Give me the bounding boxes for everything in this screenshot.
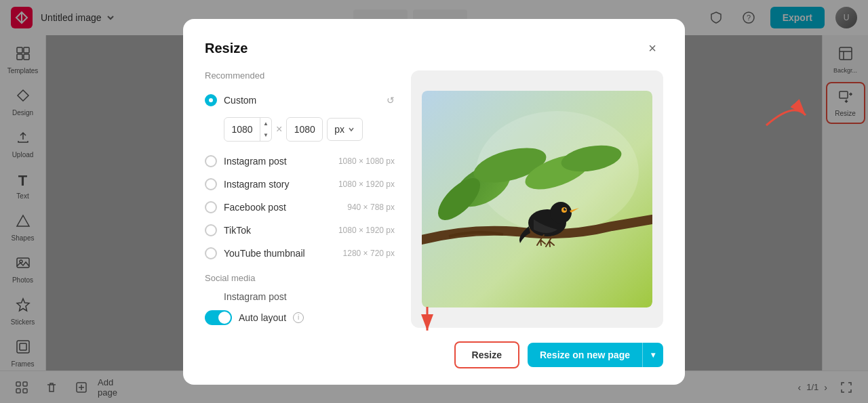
width-input-wrap: ▲ ▼ (224, 117, 272, 142)
resize-new-page-label: Resize on new page (528, 343, 642, 367)
tiktok-radio[interactable] (205, 224, 217, 236)
youtube-size: 1280 × 720 px (343, 249, 395, 258)
unit-label: px (334, 124, 344, 135)
width-decrement-button[interactable]: ▼ (260, 129, 271, 141)
resize-button[interactable]: Resize (454, 341, 519, 368)
dialog-title: Resize (205, 41, 248, 56)
instagram-story-size: 1080 × 1920 px (338, 179, 395, 189)
auto-layout-toggle[interactable] (205, 310, 232, 325)
width-input[interactable] (224, 118, 260, 141)
dialog-footer: Resize Resize on new page ▾ (205, 341, 663, 368)
unit-dropdown-icon (347, 125, 355, 133)
resize-on-new-page-button[interactable]: Resize on new page ▾ (528, 343, 663, 367)
social-instagram-post: Instagram post (205, 289, 395, 305)
auto-layout-info-icon[interactable]: i (293, 312, 304, 323)
dialog-body: Recommended Custom ↺ ▲ ▼ × (205, 70, 663, 328)
instagram-story-label: Instagram story (224, 179, 332, 190)
tiktok-size: 1080 × 1920 px (338, 226, 395, 235)
instagram-post-radio[interactable] (205, 155, 217, 167)
height-input-wrap (286, 117, 323, 142)
facebook-post-radio[interactable] (205, 201, 217, 213)
youtube-label: YouTube thumbnail (224, 248, 336, 259)
size-separator: × (276, 123, 282, 135)
refresh-icon[interactable]: ↺ (387, 95, 395, 106)
facebook-post-option[interactable]: Facebook post 940 × 788 px (205, 196, 395, 219)
custom-label: Custom (224, 95, 380, 106)
custom-option[interactable]: Custom ↺ (205, 89, 395, 112)
tiktok-label: TikTok (224, 225, 332, 236)
auto-layout-row: Auto layout i (205, 310, 395, 325)
instagram-post-size: 1080 × 1080 px (338, 156, 395, 166)
youtube-thumbnail-option[interactable]: YouTube thumbnail 1280 × 720 px (205, 242, 395, 265)
preview-svg (422, 91, 652, 307)
instagram-post-option[interactable]: Instagram post 1080 × 1080 px (205, 150, 395, 173)
recommended-section-label: Recommended (205, 70, 395, 81)
resize-new-page-dropdown-icon[interactable]: ▾ (643, 343, 663, 366)
height-input[interactable] (287, 118, 322, 141)
resize-dialog: Resize × Recommended Custom ↺ ▲ ▼ (183, 19, 685, 385)
dialog-header: Resize × (205, 38, 663, 60)
svg-point-31 (550, 202, 572, 224)
width-increment-button[interactable]: ▲ (260, 118, 271, 129)
facebook-post-size: 940 × 788 px (347, 203, 395, 212)
instagram-story-option[interactable]: Instagram story 1080 × 1920 px (205, 173, 395, 196)
dialog-close-button[interactable]: × (642, 38, 663, 60)
width-stepper: ▲ ▼ (260, 118, 271, 141)
social-media-section-label: Social media (205, 273, 395, 283)
instagram-story-radio[interactable] (205, 178, 217, 190)
left-panel: Recommended Custom ↺ ▲ ▼ × (205, 70, 395, 328)
custom-radio[interactable] (205, 94, 217, 106)
youtube-radio[interactable] (205, 247, 217, 259)
tiktok-option[interactable]: TikTok 1080 × 1920 px (205, 219, 395, 242)
svg-point-34 (565, 208, 566, 209)
preview-panel (411, 70, 663, 328)
toggle-knob (218, 312, 231, 324)
auto-layout-label: Auto layout (239, 312, 286, 323)
facebook-post-label: Facebook post (224, 202, 340, 213)
size-inputs-row: ▲ ▼ × px (224, 117, 395, 142)
unit-select[interactable]: px (327, 118, 363, 141)
preview-image (422, 91, 652, 307)
instagram-post-label: Instagram post (224, 156, 332, 167)
